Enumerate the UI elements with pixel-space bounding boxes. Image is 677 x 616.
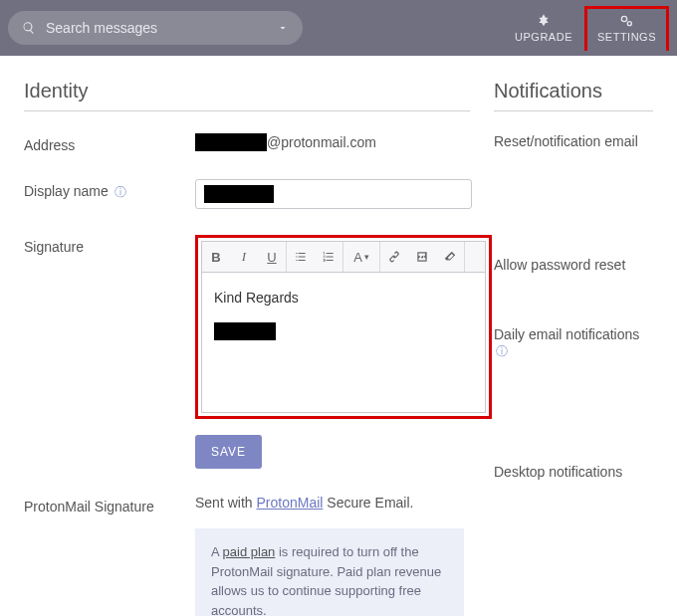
- ordered-list-button[interactable]: [315, 242, 342, 272]
- desktop-notifications-label: Desktop notifications: [494, 464, 653, 480]
- redacted-address: [195, 133, 267, 151]
- redacted-signature-name: [214, 322, 276, 340]
- unordered-list-button[interactable]: [287, 242, 315, 272]
- protonmail-signature-text: Sent with ProtonMail Secure Email.: [195, 495, 470, 511]
- save-button[interactable]: SAVE: [195, 435, 262, 469]
- protonmail-link[interactable]: ProtonMail: [256, 495, 323, 511]
- signature-editor[interactable]: B I U: [201, 241, 486, 413]
- settings-button[interactable]: SETTINGS: [584, 6, 669, 51]
- notifications-heading: Notifications: [494, 80, 653, 111]
- display-name-label: Display name ⓘ: [24, 179, 195, 201]
- link-icon: [387, 250, 401, 264]
- search-messages[interactable]: [8, 11, 303, 45]
- reset-notification-email-label: Reset/notification email: [494, 133, 653, 149]
- editor-toolbar: B I U: [202, 242, 485, 273]
- upgrade-icon: [535, 13, 553, 29]
- underline-button[interactable]: U: [258, 242, 286, 272]
- signature-line-1: Kind Regards: [214, 287, 473, 308]
- address-value: @protonmail.com: [195, 133, 470, 151]
- search-icon: [22, 21, 36, 35]
- settings-label: SETTINGS: [597, 31, 656, 43]
- paid-plan-link[interactable]: paid plan: [223, 544, 276, 559]
- address-label: Address: [24, 133, 195, 153]
- topbar: UPGRADE SETTINGS: [0, 0, 677, 56]
- gears-icon: [617, 13, 635, 29]
- signature-textarea[interactable]: Kind Regards: [202, 273, 485, 412]
- daily-email-notifications-label: Daily email notifications ⓘ: [494, 326, 653, 360]
- eraser-icon: [443, 250, 457, 264]
- redacted-display-name: [204, 185, 274, 203]
- link-button[interactable]: [380, 242, 408, 272]
- bold-button[interactable]: B: [202, 242, 230, 272]
- address-domain: @protonmail.com: [267, 134, 376, 150]
- ul-icon: [294, 250, 308, 264]
- info-icon[interactable]: ⓘ: [114, 185, 126, 199]
- info-icon[interactable]: ⓘ: [496, 344, 508, 358]
- ol-icon: [322, 250, 336, 264]
- clear-format-button[interactable]: [436, 242, 464, 272]
- protonmail-signature-label: ProtonMail Signature: [24, 495, 195, 514]
- search-input[interactable]: [46, 20, 277, 36]
- font-button[interactable]: A▾: [343, 242, 379, 272]
- display-name-input[interactable]: [195, 179, 472, 209]
- allow-password-reset-label: Allow password reset: [494, 257, 653, 273]
- signature-editor-highlight: B I U: [195, 235, 492, 419]
- upgrade-button[interactable]: UPGRADE: [503, 7, 584, 49]
- signature-label: Signature: [24, 235, 195, 255]
- paid-plan-notice: A paid plan is required to turn off the …: [195, 528, 464, 616]
- italic-button[interactable]: I: [230, 242, 258, 272]
- identity-heading: Identity: [24, 80, 470, 111]
- chevron-down-icon[interactable]: [277, 22, 289, 34]
- upgrade-label: UPGRADE: [515, 31, 572, 43]
- image-icon: [415, 250, 429, 264]
- image-button[interactable]: [408, 242, 436, 272]
